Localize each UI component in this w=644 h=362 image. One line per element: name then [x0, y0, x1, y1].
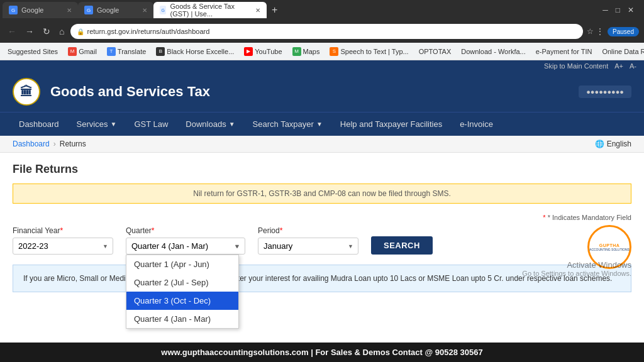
nav-help-label: Help and Taxpayer Facilities [340, 119, 442, 129]
tab-label-gst: Goods & Service Tax (GST) | Use... [170, 3, 252, 18]
nav-search-taxpayer-label: Search Taxpayer [253, 119, 314, 129]
maps-icon: M [292, 47, 301, 56]
bookmark-maps[interactable]: M Maps [290, 46, 323, 57]
quarter-option-3[interactable]: Quarter 3 (Oct - Dec) [126, 292, 238, 310]
nav-services-label: Services [77, 119, 108, 129]
nav-downloads[interactable]: Downloads ▼ [177, 112, 243, 136]
quarter-group: Quarter* Quarter 4 (Jan - Mar) ▼ Quarter… [126, 226, 245, 255]
nav-einvoice[interactable]: e-Invoice [451, 112, 502, 136]
address-bar: ← → ↻ ⌂ 🔒 return.gst.gov.in/returns/auth… [0, 20, 644, 43]
url-text: return.gst.gov.in/returns/auth/dashboard [87, 28, 209, 35]
nav-downloads-arrow: ▼ [229, 121, 235, 128]
quarter-option-1[interactable]: Quarter 1 (Apr - Jun) [126, 255, 238, 273]
bookmark-label: e-Payment for TIN [536, 48, 592, 55]
financial-year-label: Financial Year* [13, 226, 113, 235]
bookmark-label: OPTOTAX [419, 48, 452, 55]
gmail-icon: M [68, 47, 77, 56]
font-increase-button[interactable]: A+ [614, 62, 623, 70]
refresh-button[interactable]: ↻ [40, 25, 53, 38]
nav-services-arrow: ▼ [110, 121, 116, 128]
bookmark-star-icon[interactable]: ☆ [587, 27, 594, 36]
ssl-icon: 🔒 [77, 28, 84, 35]
period-select[interactable]: January February March April [258, 238, 358, 255]
youtube-icon: ▶ [244, 47, 253, 56]
tab-close-2[interactable]: ✕ [142, 7, 147, 14]
quarter-current-value: Quarter 4 (Jan - Mar) [131, 241, 208, 251]
bookmark-optotax[interactable]: OPTOTAX [416, 47, 454, 57]
nav-search-taxpayer[interactable]: Search Taxpayer ▼ [244, 112, 331, 136]
bookmark-label: Online Data Recove... [602, 48, 644, 55]
tab-google-1[interactable]: G Google ✕ [3, 2, 78, 18]
emblem-icon: 🏛 [20, 85, 33, 99]
search-button[interactable]: SEARCH [371, 236, 433, 255]
nav-einvoice-label: e-Invoice [460, 119, 493, 129]
bookmark-label: YouTube [255, 48, 282, 55]
address-icons: ☆ ⋮ [587, 27, 604, 36]
skip-link[interactable]: Skip to Main Content [544, 62, 608, 70]
tab-bar: G Google ✕ G Google ✕ G Goods & Service … [0, 0, 644, 20]
breadcrumb-current: Returns [60, 140, 86, 148]
period-label: Period* [258, 226, 358, 235]
site-header: 🏛 Goods and Services Tax ●●●●●●●●● [0, 72, 644, 112]
bookmark-label: Maps [303, 48, 320, 55]
bookmark-speech[interactable]: S Speech to Text | Typ... [327, 46, 411, 57]
bookmark-label: Gmail [79, 48, 97, 55]
financial-year-select[interactable]: 2020-21 2021-22 2022-23 2023-24 [13, 238, 113, 255]
nav-help[interactable]: Help and Taxpayer Facilities [331, 112, 451, 136]
site-footer: www.gupthaaccountingsolutions.com | For … [0, 343, 644, 362]
tab-google-2[interactable]: G Google ✕ [78, 2, 153, 18]
quarter-arrow-icon: ▼ [234, 243, 240, 250]
nav-downloads-label: Downloads [186, 119, 226, 129]
maximize-button[interactable]: □ [613, 4, 623, 16]
bookmark-gmail[interactable]: M Gmail [65, 46, 99, 57]
nav-dashboard-label: Dashboard [19, 119, 59, 129]
bookmark-download[interactable]: Download - Workfa... [458, 47, 528, 57]
settings-icon[interactable]: ⋮ [596, 27, 604, 36]
tab-gst[interactable]: G Goods & Service Tax (GST) | Use... ✕ [153, 2, 267, 18]
nav-services[interactable]: Services ▼ [68, 112, 126, 136]
language-selector[interactable]: 🌐 English [595, 140, 631, 148]
quarter-label: Quarter* [126, 226, 245, 235]
bookmark-label: Speech to Text | Typ... [340, 48, 408, 55]
url-bar[interactable]: 🔒 return.gst.gov.in/returns/auth/dashboa… [70, 24, 583, 39]
site-title: Goods and Services Tax [50, 84, 210, 100]
quarter-select-wrapper: Quarter 4 (Jan - Mar) ▼ Quarter 1 (Apr -… [126, 238, 245, 255]
minimize-button[interactable]: ─ [600, 4, 611, 16]
nav-gstlaw[interactable]: GST Law [125, 112, 177, 136]
font-decrease-button[interactable]: A- [630, 62, 636, 70]
bookmark-online-data[interactable]: Online Data Recove... [599, 47, 644, 57]
tab-close-1[interactable]: ✕ [67, 7, 72, 14]
profile-badge[interactable]: Paused [608, 27, 639, 36]
translate-icon: T [107, 47, 116, 56]
globe-icon: 🌐 [595, 140, 604, 148]
nav-dashboard[interactable]: Dashboard [10, 112, 68, 136]
bookmark-suggested[interactable]: Suggested Sites [5, 47, 60, 57]
breadcrumb-parent[interactable]: Dashboard [13, 140, 50, 148]
quarter-option-4[interactable]: Quarter 4 (Jan - Mar) [126, 310, 238, 328]
back-button[interactable]: ← [5, 25, 19, 38]
user-info: ●●●●●●●●● [579, 85, 631, 98]
user-name: ●●●●●●●●● [586, 88, 624, 96]
tab-close-gst[interactable]: ✕ [255, 7, 260, 14]
bookmark-youtube[interactable]: ▶ YouTube [242, 46, 284, 57]
tab-label-1: Google [21, 6, 43, 14]
bookmark-blackhorse[interactable]: B Black Horse Excelle... [153, 46, 236, 57]
page-title: File Returns [13, 163, 631, 176]
bookmark-epayment[interactable]: e-Payment for TIN [533, 47, 595, 57]
financial-year-group: Financial Year* 2020-21 2021-22 2022-23 … [13, 226, 113, 255]
forward-button[interactable]: → [23, 25, 36, 38]
alert-message: Nil return for GSTR-1, GSTR-3B and CMP-0… [193, 189, 451, 198]
quarter-option-2[interactable]: Quarter 2 (Jul - Sep) [126, 273, 238, 292]
home-button[interactable]: ⌂ [57, 25, 67, 38]
new-tab-button[interactable]: + [267, 4, 282, 16]
main-nav: Dashboard Services ▼ GST Law Downloads ▼… [0, 112, 644, 136]
mandatory-note: * * Indicates Mandatory Field [13, 214, 631, 221]
breadcrumb-separator: › [53, 140, 56, 148]
nav-gstlaw-label: GST Law [134, 119, 168, 129]
bookmark-translate[interactable]: T Translate [104, 46, 148, 57]
breadcrumb: Dashboard › Returns [13, 140, 86, 148]
quarter-dropdown-trigger[interactable]: Quarter 4 (Jan - Mar) ▼ [126, 238, 245, 255]
footer-text: www.gupthaaccountingsolutions.com | For … [161, 348, 482, 357]
close-button[interactable]: ✕ [625, 4, 636, 16]
form-row: Financial Year* 2020-21 2021-22 2022-23 … [13, 226, 631, 255]
